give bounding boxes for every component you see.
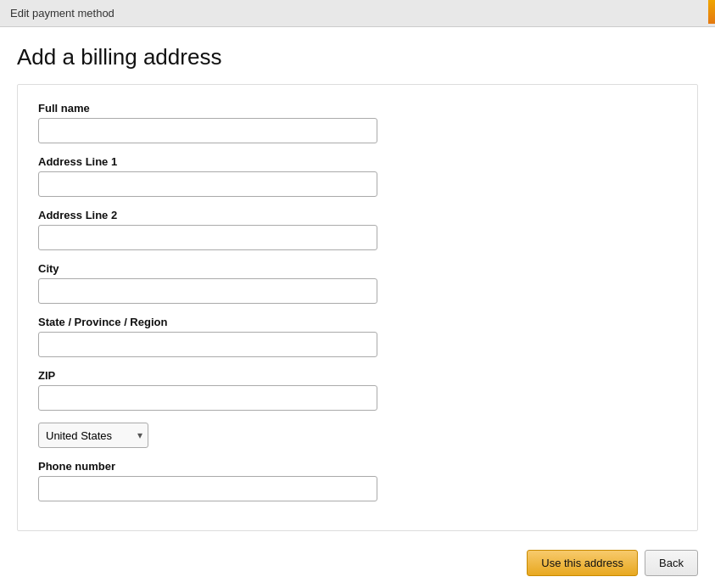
- form-card: Full name Address Line 1 Address Line 2 …: [17, 84, 698, 531]
- phone-input[interactable]: [38, 476, 377, 501]
- state-input[interactable]: [38, 332, 377, 357]
- address1-label: Address Line 1: [38, 155, 677, 168]
- address2-group: Address Line 2: [38, 209, 677, 250]
- footer-buttons: Use this address Back: [527, 550, 698, 576]
- city-input[interactable]: [38, 278, 377, 304]
- fullname-group: Full name: [38, 102, 677, 143]
- address1-input[interactable]: [38, 171, 377, 197]
- zip-group: ZIP: [38, 369, 677, 411]
- country-group: United States Canada United Kingdom Aust…: [38, 423, 677, 448]
- phone-group: Phone number: [38, 460, 677, 501]
- window-title: Edit payment method: [10, 7, 115, 20]
- fullname-input[interactable]: [38, 118, 377, 143]
- back-button[interactable]: Back: [645, 550, 698, 576]
- address2-label: Address Line 2: [38, 209, 677, 221]
- state-group: State / Province / Region: [38, 316, 677, 357]
- state-label: State / Province / Region: [38, 316, 677, 328]
- use-address-button[interactable]: Use this address: [527, 550, 638, 576]
- phone-label: Phone number: [38, 460, 677, 473]
- city-label: City: [38, 262, 677, 275]
- page-title: Add a billing address: [17, 44, 698, 70]
- accent-bar: [708, 0, 715, 24]
- country-select-wrapper: United States Canada United Kingdom Aust…: [38, 423, 148, 448]
- zip-label: ZIP: [38, 369, 677, 382]
- address2-input[interactable]: [38, 225, 377, 250]
- main-container: Add a billing address Full name Address …: [0, 27, 715, 588]
- address1-group: Address Line 1: [38, 155, 677, 197]
- fullname-label: Full name: [38, 102, 677, 115]
- country-select[interactable]: United States Canada United Kingdom Aust…: [38, 423, 148, 448]
- zip-input[interactable]: [38, 385, 377, 411]
- city-group: City: [38, 262, 677, 304]
